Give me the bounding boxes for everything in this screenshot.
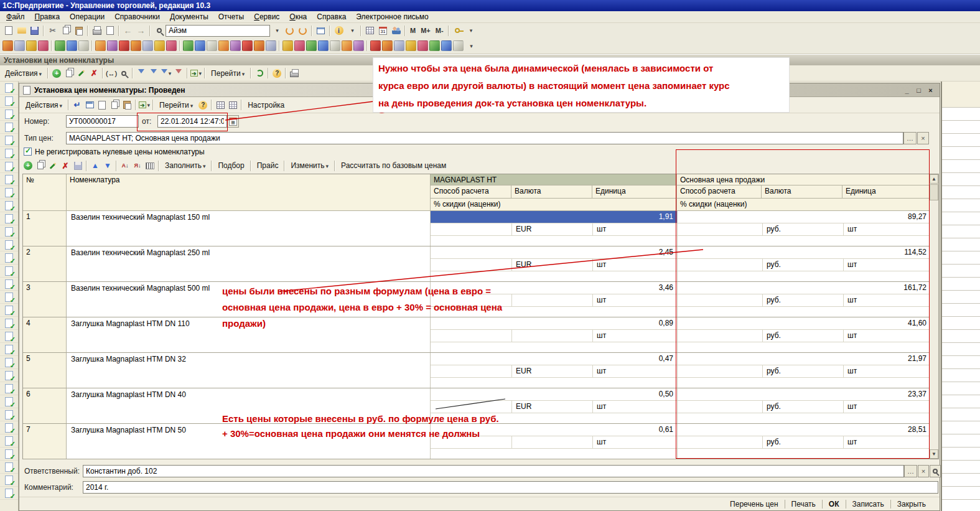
edit-icon[interactable] [76,68,87,79]
list-row[interactable] [0,225,18,238]
search-input[interactable] [166,25,270,37]
doc-actions-button[interactable]: Действия [22,100,66,111]
memory-subtract-button[interactable]: М- [433,27,446,34]
person-sum-blue-icon[interactable] [382,40,393,51]
list-row[interactable] [0,382,18,395]
list-goto-button[interactable]: Перейти [207,68,248,79]
ok-button[interactable]: ОК [823,499,846,510]
menu-documents[interactable]: Документы [165,11,213,22]
output-icon[interactable]: ➔ [139,100,150,111]
col-header-method-1[interactable]: Способ расчета [431,185,511,199]
doc-outgoing-icon[interactable] [282,40,293,51]
list-row[interactable] [0,448,18,461]
settings-button[interactable]: Настройка [244,100,288,111]
price-list-button[interactable]: Перечень цен [724,499,784,510]
col-header-currency-2[interactable]: Валюта [762,185,842,199]
person-sum-red-icon[interactable] [370,40,381,51]
customer-cart-icon[interactable] [119,40,129,51]
calendar-icon[interactable]: 31 [377,25,389,37]
doc-chart-icon[interactable] [266,40,276,51]
repost-icon[interactable] [84,100,95,111]
list-row[interactable] [0,461,18,474]
list-actions-button[interactable]: Действия [1,68,45,79]
sort-asc-icon[interactable]: А↓ [119,160,131,171]
cut-icon[interactable]: ✂ [47,25,58,37]
close-icon[interactable]: × [925,85,936,95]
sum-doc-list-icon[interactable] [441,40,452,51]
more-buttons-icon[interactable] [465,40,477,52]
list-row[interactable] [0,317,18,330]
doc-check-icon[interactable] [330,40,340,51]
copy-icon[interactable] [60,25,72,37]
sort-desc-icon[interactable]: Я↓ [132,160,143,171]
col-header-discount-1[interactable]: % скидки (наценки) [431,199,677,211]
find-icon[interactable] [118,68,129,79]
menu-operations[interactable]: Операции [65,11,110,22]
employees-icon[interactable] [55,40,65,51]
col-header-unit-1[interactable]: Единица [592,185,677,199]
number-field[interactable] [66,115,139,128]
date-picker-icon[interactable]: ▦ [227,115,239,128]
users-icon[interactable] [390,25,402,37]
list-row[interactable] [0,487,18,500]
responsible-field[interactable] [83,465,904,477]
change-button[interactable]: Изменить [287,160,332,171]
print-icon[interactable] [91,25,103,37]
close-button[interactable]: Закрыть [891,499,932,510]
responsible-select-icon[interactable]: … [904,465,917,477]
row-edit-icon[interactable] [47,160,58,171]
list-row[interactable] [0,134,18,147]
delete-icon[interactable]: ✗ [88,68,100,79]
comment-field[interactable] [83,481,938,494]
fill-button[interactable]: Заполнить [161,160,209,171]
list-row[interactable] [0,108,18,121]
list-rows-right-strip[interactable] [941,82,980,511]
table-row[interactable]: 5 Заглушка Magnaplast HTM DN 32 0,47 EUR… [23,353,930,388]
list-row[interactable] [0,147,18,160]
filter-history-icon[interactable] [161,68,172,79]
col-header-method-2[interactable]: Способ расчета [677,185,762,199]
doc-import-icon[interactable] [109,100,120,111]
customer-group-icon[interactable] [107,40,118,51]
open-icon[interactable] [16,25,27,37]
filter-by-value-icon[interactable] [148,68,159,79]
bank-building-icon[interactable] [142,40,153,51]
help-icon[interactable]: ? [271,68,282,79]
find-previous-icon[interactable] [297,25,309,37]
list-row[interactable] [0,251,18,265]
scroll-up-icon[interactable]: ▲ [930,174,938,184]
doc-remove-icon[interactable] [353,40,364,51]
list-row[interactable] [0,330,18,343]
list-row[interactable] [0,160,18,173]
col-header-currency-1[interactable]: Валюта [511,185,592,199]
doc-arrow-red-icon[interactable] [230,40,241,51]
scroll-thumb[interactable] [930,184,938,200]
row-down-icon[interactable]: ▼ [102,160,113,171]
list-row[interactable] [0,356,18,369]
row-up-icon[interactable]: ▲ [90,160,101,171]
report-cube-icon[interactable] [2,40,13,51]
table-scrollbar[interactable]: ▲ ▼ [929,174,938,459]
col-group-base-price[interactable]: Основная цена продажи [677,174,930,185]
forward-icon[interactable]: → [135,25,147,37]
paste-icon[interactable] [73,25,85,37]
list-row[interactable] [0,395,18,408]
row-save-icon[interactable] [72,160,83,171]
cash-register-icon[interactable] [67,40,77,51]
new-document-icon[interactable] [2,25,14,37]
menu-email[interactable]: Электронное письмо [351,11,433,22]
search-dropdown-icon[interactable] [271,25,282,37]
person-document-icon[interactable] [254,40,264,51]
list-row[interactable] [0,121,18,134]
col-header-num[interactable]: № [23,174,67,211]
print-list-icon[interactable] [289,68,300,79]
scroll-down-icon[interactable]: ▼ [930,449,938,459]
calc-base-prices-button[interactable]: Рассчитать по базовым ценам [337,160,450,171]
list-row[interactable] [0,212,18,225]
menu-edit[interactable]: Правка [30,11,65,22]
copy-item-icon[interactable] [63,68,75,79]
menu-file[interactable]: Файл [1,11,30,22]
responsible-open-icon[interactable] [930,465,941,477]
list-row[interactable] [0,278,18,291]
customer-coins-icon[interactable] [131,40,141,51]
